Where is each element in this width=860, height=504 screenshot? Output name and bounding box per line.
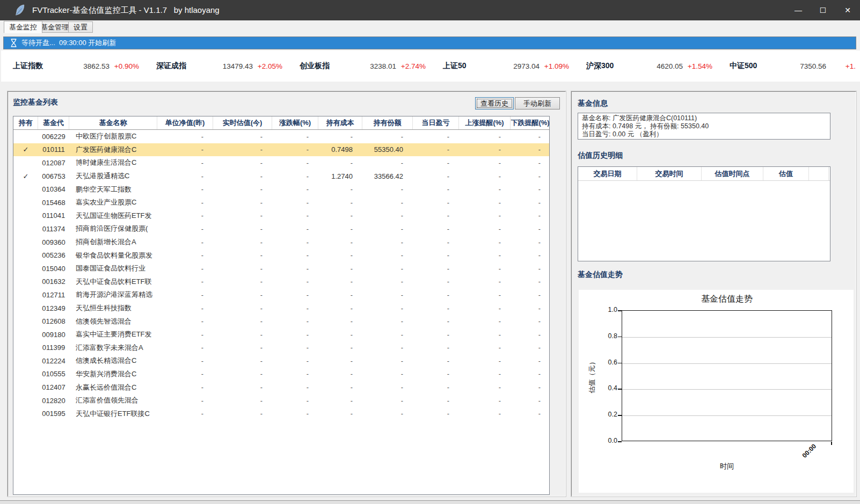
view-history-button[interactable]: 查看历史 [475, 97, 514, 109]
history-col-pad [809, 167, 829, 180]
fund-row[interactable]: 011041天弘国证生物医药ETF发-------- [13, 209, 549, 223]
fund-cell: - [213, 262, 272, 275]
fund-code: 012087 [38, 156, 69, 170]
fund-cell: - [272, 288, 318, 302]
fund-cell: - [157, 249, 213, 262]
fund-cell: - [157, 368, 213, 381]
fund-cell: - [272, 156, 318, 170]
fund-row[interactable]: 015468嘉实农业产业股票C-------- [13, 196, 549, 209]
chart-section-title: 基金估值走势 [578, 270, 623, 280]
fund-row[interactable]: 009360招商创新增长混合A-------- [13, 236, 549, 249]
held-checkmark [13, 394, 38, 407]
maximize-button[interactable]: ☐ [811, 0, 835, 20]
fund-row[interactable]: 012349天弘恒生科技指数-------- [13, 302, 549, 315]
chart-ytick-label: 0.2 [595, 411, 617, 418]
fund-row[interactable]: 011374招商前沿医疗保健股票(-------- [13, 222, 549, 236]
fund-cell: - [157, 262, 213, 275]
minimize-button[interactable]: — [786, 0, 811, 20]
fund-cell: - [511, 222, 550, 236]
fund-row[interactable]: 012820汇添富价值领先混合-------- [13, 394, 549, 407]
fund-cell: - [413, 249, 459, 262]
held-checkmark [13, 407, 38, 420]
fund-row[interactable]: 012711前海开源沪港深蓝筹精选-------- [13, 288, 549, 302]
history-col-header: 交易日期 [578, 167, 637, 180]
fund-row[interactable]: 012407永赢长远价值混合C-------- [13, 381, 549, 394]
fund-row[interactable]: 011399汇添富数字未来混合A-------- [13, 341, 549, 355]
fund-cell: - [459, 196, 511, 209]
held-checkmark [13, 209, 38, 223]
fund-cell: - [213, 275, 272, 289]
fund-name: 银华食品饮料量化股票发 [69, 249, 157, 262]
index-value: 3862.53 [64, 62, 110, 70]
held-checkmark [13, 196, 38, 209]
tab-fund-monitor[interactable]: 基金监控 [4, 21, 42, 33]
fund-row[interactable]: 001632天弘中证食品饮料ETF联-------- [13, 275, 549, 289]
fund-list-title: 监控基金列表 [13, 98, 58, 107]
fund-cell: - [459, 182, 511, 196]
fund-row[interactable]: 012608信澳领先智选混合-------- [13, 315, 549, 328]
fund-cell: - [272, 196, 318, 209]
fund-cell: - [511, 196, 550, 209]
fund-cell: - [511, 275, 550, 289]
fund-row[interactable]: ✓010111广发医药健康混合C---0.749855350.40--- [13, 143, 549, 157]
fund-cell: - [213, 341, 272, 355]
fund-code: 010364 [38, 182, 69, 196]
status-bar: 等待开盘... 09:30:00 开始刷新 [3, 36, 856, 49]
fund-row[interactable]: 010364鹏华空天军工指数-------- [13, 182, 549, 196]
fund-col-header: 涨跌幅(%) [272, 116, 318, 129]
fund-cell: - [213, 209, 272, 223]
fund-cell: - [272, 275, 318, 289]
close-button[interactable]: ✕ [835, 0, 860, 20]
fund-cell: - [213, 236, 272, 249]
fund-row[interactable]: 009180嘉实中证主要消费ETF发-------- [13, 328, 549, 341]
fund-cell: - [318, 288, 362, 302]
fund-row[interactable]: 012087博时健康生活混合C-------- [13, 156, 549, 170]
fund-row[interactable]: 001595天弘中证银行ETF联接C-------- [13, 407, 549, 420]
index-value: 13479.43 [208, 62, 253, 70]
fund-cell: - [157, 222, 213, 236]
fund-cell: - [459, 394, 511, 407]
manual-refresh-button[interactable]: 手动刷新 [515, 97, 560, 109]
fund-cell: - [459, 302, 511, 315]
fund-cell: - [413, 182, 459, 196]
fund-name: 博时健康生活混合C [69, 156, 157, 170]
fund-cell: - [413, 156, 459, 170]
fund-cell: - [318, 315, 362, 328]
history-col-header: 交易时间 [637, 167, 702, 180]
fund-cell: - [213, 354, 272, 368]
fund-cell: - [157, 130, 213, 143]
chart-plot-area [622, 310, 832, 441]
fund-cell: - [157, 196, 213, 209]
fund-cell: - [157, 156, 213, 170]
fund-cell: - [157, 354, 213, 368]
fund-cell: - [213, 288, 272, 302]
fund-row[interactable]: ✓006753天弘港股通精选C---1.274033566.42--- [13, 170, 549, 183]
fund-row[interactable]: 012224信澳成长精选混合C-------- [13, 354, 549, 368]
fund-cell: - [318, 381, 362, 394]
fund-cell: - [318, 394, 362, 407]
fund-col-header: 单位净值(昨) [157, 116, 213, 129]
fund-cell: - [213, 328, 272, 341]
fund-cell: - [157, 407, 213, 420]
fund-cell: - [459, 407, 511, 420]
chart-ytick-label: 0.0 [595, 437, 617, 444]
history-title: 估值历史明细 [578, 151, 623, 160]
fund-cell: - [459, 275, 511, 289]
fund-row[interactable]: 015040国泰国证食品饮料行业-------- [13, 262, 549, 275]
fund-row[interactable]: 005236银华食品饮料量化股票发-------- [13, 249, 549, 262]
fund-cell: - [272, 170, 318, 183]
fund-row[interactable]: 006229中欧医疗创新股票C-------- [13, 130, 549, 143]
fund-code: 001595 [38, 407, 69, 420]
fund-cell: - [362, 209, 413, 223]
fund-cell: - [511, 315, 550, 328]
fund-cell: - [362, 368, 413, 381]
fund-cell: - [362, 288, 413, 302]
fund-name: 天弘国证生物医药ETF发 [69, 209, 157, 223]
fund-cell: - [511, 156, 550, 170]
history-col-header: 估值 [763, 167, 809, 180]
fund-cell: - [272, 143, 318, 157]
tab-settings[interactable]: 设置 [68, 21, 93, 33]
fund-row[interactable]: 010555华安新兴消费混合C-------- [13, 368, 549, 381]
fund-cell: - [459, 130, 511, 143]
fund-cell: - [413, 288, 459, 302]
